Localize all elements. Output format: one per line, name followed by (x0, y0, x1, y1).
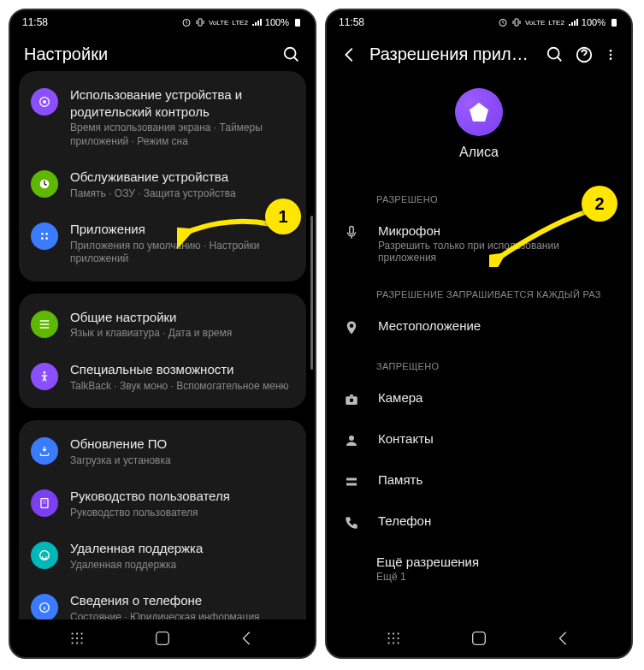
battery-icon (609, 17, 619, 27)
status-bar: 11:58 VoLTE LTE2 100% (327, 10, 631, 34)
permission-title: Память (378, 472, 614, 487)
about-icon (31, 594, 58, 620)
svg-point-9 (41, 238, 44, 240)
settings-group: Общие настройкиЯзык и клавиатура · Дата … (19, 293, 306, 408)
accessibility-icon (31, 363, 58, 390)
status-right: VoLTE LTE2 100% (181, 17, 303, 27)
help-icon[interactable] (575, 45, 594, 64)
settings-item[interactable]: Специальные возможностиTalkBack · Звук м… (19, 351, 306, 403)
mic-icon (344, 225, 359, 240)
setting-title: Специальные возможности (70, 361, 294, 378)
settings-item[interactable]: Удаленная поддержкаУдаленная поддержка (19, 530, 306, 582)
setting-subtitle: Удаленная поддержка (70, 559, 294, 572)
more-permissions[interactable]: Ещё разрешения (327, 543, 631, 571)
section-denied: ЗАПРЕЩЕНО (327, 347, 631, 378)
svg-point-22 (610, 53, 612, 56)
location-icon (344, 320, 359, 335)
signal-icon (251, 17, 262, 27)
recents-button[interactable] (68, 629, 87, 648)
setting-subtitle: Время использования экрана · Таймеры при… (70, 122, 294, 148)
manual-icon (31, 489, 58, 517)
back-button[interactable] (238, 629, 257, 648)
search-icon[interactable] (546, 45, 564, 64)
setting-title: Обновление ПО (70, 436, 294, 453)
permission-item[interactable]: Камера (327, 378, 631, 419)
permission-title: Телефон (378, 513, 614, 528)
settings-content[interactable]: Использование устройства и родительский … (10, 71, 315, 620)
settings-item[interactable]: Обслуживание устройстваПамять · ОЗУ · За… (19, 158, 306, 210)
network-label: LTE2 (548, 19, 564, 27)
page-title: Настройки (24, 44, 272, 64)
svg-point-3 (285, 47, 296, 58)
permission-item[interactable]: Местоположение (327, 306, 631, 347)
home-button[interactable] (470, 629, 488, 648)
settings-item[interactable]: Сведения о телефонеСостояние · Юридическ… (19, 582, 306, 620)
page-title: Разрешения прилож… (369, 44, 535, 64)
svg-rect-15 (157, 632, 169, 645)
storage-icon (344, 474, 359, 489)
alarm-icon (498, 17, 508, 27)
wellbeing-icon (31, 88, 58, 116)
permission-item[interactable]: Память (327, 460, 631, 501)
permission-item[interactable]: Телефон (327, 501, 631, 543)
recents-button[interactable] (385, 629, 404, 648)
vibrate-icon (511, 17, 522, 27)
svg-rect-27 (473, 632, 486, 645)
support-icon (31, 542, 58, 569)
settings-item[interactable]: Обновление ПОЗагрузка и установка (19, 425, 306, 477)
setting-title: Сведения о телефоне (70, 592, 294, 609)
camera-icon (344, 392, 359, 407)
setting-subtitle: TalkBack · Звук моно · Вспомогательное м… (70, 380, 294, 394)
svg-point-7 (41, 233, 44, 235)
settings-item[interactable]: Общие настройкиЯзык и клавиатура · Дата … (19, 299, 306, 351)
vibrate-icon (195, 17, 205, 27)
home-button[interactable] (153, 629, 172, 648)
svg-point-26 (349, 436, 354, 441)
setting-subtitle: Загрузка и установка (70, 454, 294, 468)
more-permissions-sub: Ещё 1 (327, 571, 631, 595)
status-bar: 11:58 VoLTE LTE2 100% (10, 10, 315, 34)
svg-point-10 (45, 238, 48, 240)
setting-title: Обслуживание устройства (70, 169, 294, 186)
settings-group: Использование устройства и родительский … (19, 71, 306, 282)
svg-rect-17 (515, 19, 518, 26)
annotation-arrow (177, 207, 280, 250)
annotation-badge-1: 1 (265, 199, 301, 234)
svg-point-11 (44, 371, 46, 374)
svg-point-23 (610, 57, 612, 60)
settings-item[interactable]: Руководство пользователяРуководство поль… (19, 477, 306, 530)
svg-rect-18 (612, 19, 617, 27)
volte-label: VoLTE (525, 19, 545, 27)
svg-rect-2 (295, 19, 300, 27)
settings-item[interactable]: Использование устройства и родительский … (19, 76, 306, 158)
contacts-icon (344, 433, 359, 448)
permission-item[interactable]: Контакты (327, 419, 631, 460)
section-ask: РАЗРЕШЕНИЕ ЗАПРАШИВАЕТСЯ КАЖДЫЙ РАЗ (327, 276, 631, 306)
permissions-header: Разрешения прилож… (327, 34, 631, 71)
svg-point-19 (548, 47, 559, 58)
search-icon[interactable] (282, 45, 301, 64)
setting-subtitle: Состояние · Юридическая информация (70, 611, 294, 620)
permission-title: Камера (378, 390, 614, 405)
svg-point-25 (350, 399, 354, 403)
setting-title: Общие настройки (70, 309, 294, 326)
setting-title: Удаленная поддержка (70, 540, 294, 557)
svg-rect-1 (198, 19, 202, 26)
svg-point-21 (610, 50, 612, 52)
care-icon (31, 170, 58, 198)
phone-settings: 11:58 VoLTE LTE2 100% Настройки Использо… (9, 9, 316, 659)
back-icon[interactable] (340, 45, 359, 64)
permissions-content[interactable]: Алиса РАЗРЕШЕНО МикрофонРазрешить только… (327, 71, 631, 620)
scrollbar-thumb[interactable] (310, 216, 313, 370)
more-icon[interactable] (604, 45, 617, 64)
svg-point-5 (43, 100, 46, 104)
phone-permissions: 11:58 VoLTE LTE2 100% Разрешения прилож…… (325, 9, 633, 659)
phone-icon (344, 515, 359, 531)
app-icon (455, 88, 503, 136)
back-button[interactable] (554, 629, 573, 648)
setting-subtitle: Память · ОЗУ · Защита устройства (70, 187, 294, 201)
battery-icon (292, 17, 303, 27)
app-name: Алиса (459, 145, 499, 160)
setting-title: Использование устройства и родительский … (70, 86, 294, 120)
permission-title: Контакты (378, 431, 614, 446)
